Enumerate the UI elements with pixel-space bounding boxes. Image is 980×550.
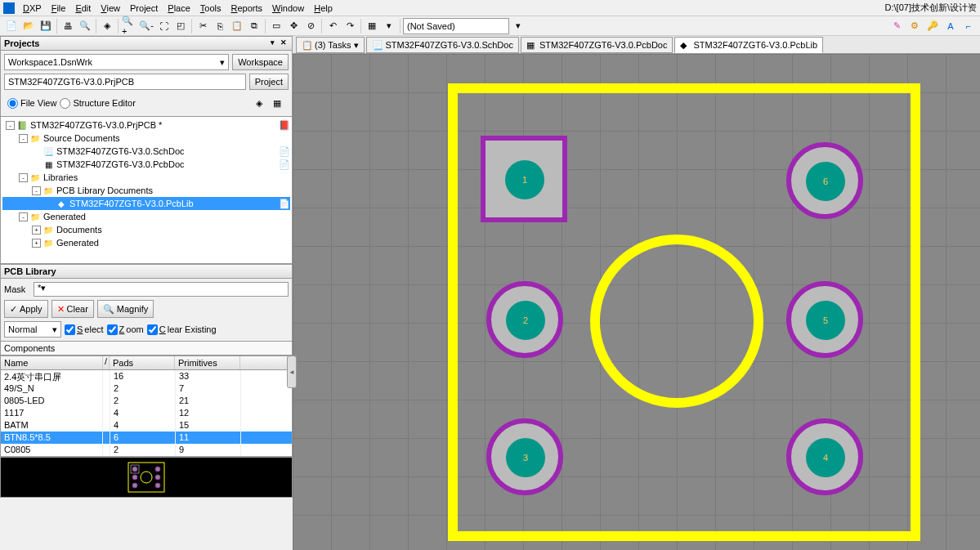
tree-expand-icon[interactable]: - [19,173,28,182]
tree-item[interactable]: -📁Libraries [2,171,290,184]
magnify-btn[interactable]: 🔍 Magnify [97,300,154,318]
grid-btn[interactable]: ▦ [364,18,380,34]
menu-help[interactable]: Help [309,2,338,15]
panel-close-icon[interactable]: ✕ [279,38,289,48]
redo-btn[interactable]: ↷ [342,18,358,34]
copy-btn[interactable]: ⎘ [212,18,228,34]
mask-input[interactable]: *▾ [34,282,289,297]
zoom-fit-btn[interactable]: ⛶ [155,18,172,34]
undo-btn[interactable]: ↶ [324,18,341,34]
menu-tools[interactable]: Tools [195,2,226,15]
tree-item[interactable]: -📁PCB Library Documents [2,184,290,197]
pad-6[interactable]: 6 [786,142,863,219]
menu-file[interactable]: File [47,2,71,15]
layers-btn[interactable]: ◈ [99,18,115,34]
workspace-combo[interactable]: Workspace1.DsnWrk ▾ [4,54,229,70]
pad-4[interactable]: 4 [786,418,863,495]
tool-5[interactable]: ⌐ [960,18,977,34]
component-row[interactable]: 49/S_N27 [1,382,292,395]
pad-1[interactable]: 1 [481,136,567,222]
project-btn[interactable]: Project [249,74,289,90]
apply-btn[interactable]: ✓ Apply [4,300,48,318]
proj-opt2-btn[interactable]: ▦ [269,95,285,111]
paste-btn[interactable]: 📋 [229,18,245,34]
component-row[interactable]: BTN8.5*8.5611 [1,432,292,444]
component-row[interactable]: 2.4英寸串口屏1633 [1,370,292,382]
tree-item[interactable]: 📃STM32F407ZGT6-V3.0.SchDoc📄 [2,145,290,158]
mode-combo[interactable]: Normal▾ [4,321,61,338]
document-tab[interactable]: 📃STM32F407ZGT6-V3.0.SchDoc [366,37,519,53]
snap-combo[interactable]: (Not Saved) [403,18,509,34]
component-row[interactable]: C080529 [1,444,292,456]
workspace-btn[interactable]: Workspace [232,54,289,70]
deselect-btn[interactable]: ⊘ [302,18,319,34]
tree-item[interactable]: +📁Generated [2,236,290,249]
tree-expand-icon[interactable]: - [19,134,28,143]
structure-editor-radio[interactable]: Structure Editor [60,98,135,109]
tool-1[interactable]: ✎ [888,18,905,34]
menu-view[interactable]: View [96,2,125,15]
component-row[interactable]: BATM415 [1,419,292,432]
pad-5-core: 5 [806,301,845,340]
open-btn[interactable]: 📂 [20,18,37,34]
tree-expand-icon[interactable]: - [32,186,41,195]
zoom-in-btn[interactable]: 🔍+ [121,18,137,34]
tree-item[interactable]: ◆STM32F407ZGT6-V3.0.PcbLib📄 [2,197,290,210]
zoom-sel-btn[interactable]: ◰ [172,18,189,34]
tree-expand-icon[interactable]: - [19,212,28,221]
move-btn[interactable]: ✥ [285,18,302,34]
tree-item[interactable]: -📁Source Documents [2,132,290,145]
select-chk[interactable]: Select [65,324,104,335]
pad-3[interactable]: 3 [486,418,563,495]
preview-btn[interactable]: 🔍 [77,18,93,34]
menu-edit[interactable]: Edit [70,2,96,15]
tree-item[interactable]: -📁Generated [2,210,290,223]
file-view-radio[interactable]: File View [7,98,56,109]
dup-btn[interactable]: ⧉ [246,18,262,34]
menu-window[interactable]: Window [267,2,309,15]
menu-place[interactable]: Place [163,2,195,15]
pcb-canvas[interactable]: 1 2 3 6 5 4 [293,54,980,550]
snap-drop[interactable]: ▾ [510,18,526,34]
pad-5[interactable]: 5 [786,281,863,358]
cut-btn[interactable]: ✂ [195,18,211,34]
menu-project[interactable]: Project [125,2,163,15]
save-btn[interactable]: 💾 [38,18,54,34]
zoom-out-btn[interactable]: 🔍- [138,18,154,34]
tool-2[interactable]: ⚙ [906,18,923,34]
tree-expand-icon[interactable]: + [32,239,41,248]
col-name[interactable]: Name [1,356,103,369]
clear-btn[interactable]: ✕ Clear [51,300,94,318]
select-rect-btn[interactable]: ▭ [268,18,284,34]
document-tab[interactable]: 📋(3) Tasks ▾ [296,37,365,53]
tree-item[interactable]: ▦STM32F407ZGT6-V3.0.PcbDoc📄 [2,158,290,171]
tree-expand-icon[interactable]: + [32,226,41,235]
pad-2[interactable]: 2 [486,281,563,358]
tool-4[interactable]: A [942,18,959,34]
components-grid[interactable]: 2.4英寸串口屏163349/S_N270805-LED2211117412BA… [0,370,293,457]
tree-item[interactable]: +📁Documents [2,223,290,236]
col-pads[interactable]: Pads [110,356,175,369]
col-sort[interactable]: / [103,356,110,369]
component-row[interactable]: 0805-LED221 [1,395,292,407]
proj-opt1-btn[interactable]: ◈ [251,95,267,111]
panel-resize-handle[interactable] [287,355,297,388]
new-btn[interactable]: 📄 [3,18,20,34]
clear-existing-chk[interactable]: Clear Existing [147,324,217,335]
tree-item[interactable]: -📗STM32F407ZGT6-V3.0.PrjPCB *📕 [2,118,290,132]
project-combo[interactable]: STM32F407ZGT6-V3.0.PrjPCB [4,74,246,90]
tool-3[interactable]: 🔑 [924,18,941,34]
tab-dropdown-icon[interactable]: ▾ [354,40,359,51]
grid-drop[interactable]: ▾ [381,18,397,34]
col-prim[interactable]: Primitives [175,356,240,369]
document-tab[interactable]: ◆STM32F407ZGT6-V3.0.PcbLib [674,37,823,53]
document-tab[interactable]: ▦STM32F407ZGT6-V3.0.PcbDoc [521,37,673,53]
project-tree[interactable]: -📗STM32F407ZGT6-V3.0.PrjPCB *📕-📁Source D… [0,117,293,264]
print-btn[interactable]: 🖶 [60,18,76,34]
component-row[interactable]: 1117412 [1,407,292,419]
zoom-chk[interactable]: Zoom [107,324,144,335]
menu-dxp[interactable]: DXP [18,2,47,15]
menu-reports[interactable]: Reports [226,2,268,15]
panel-pin-icon[interactable]: ▾ [267,38,277,48]
tree-expand-icon[interactable]: - [6,121,15,130]
